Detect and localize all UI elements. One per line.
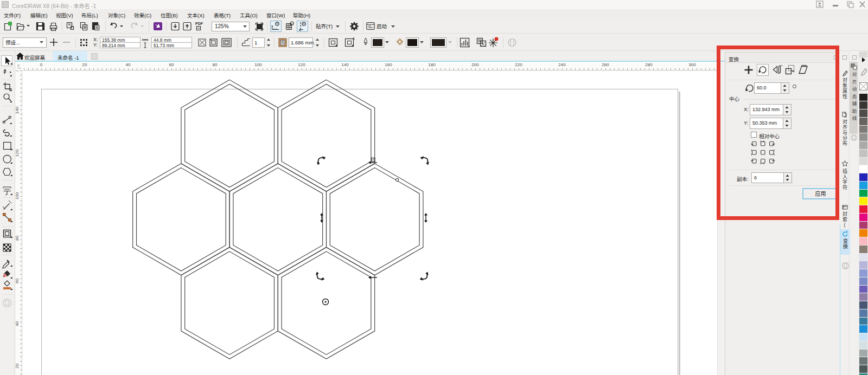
svg-text:1.686 mm: 1.686 mm [291,40,314,46]
svg-text:155.38 mm: 155.38 mm [102,37,125,43]
svg-text:1: 1 [254,40,257,46]
svg-text:预设...: 预设... [5,40,20,46]
svg-text:启动: 启动 [376,23,387,29]
svg-text:贴齐(T): 贴齐(T) [316,23,333,29]
svg-text:89.214 mm: 89.214 mm [102,43,125,48]
svg-text:Y:: Y: [93,42,98,48]
svg-text:51.73 mm: 51.73 mm [154,43,174,48]
svg-text:44.8 mm: 44.8 mm [154,37,171,43]
svg-text:125%: 125% [215,23,229,29]
svg-text:PDF: PDF [195,22,203,25]
svg-text:X:: X: [93,37,98,42]
